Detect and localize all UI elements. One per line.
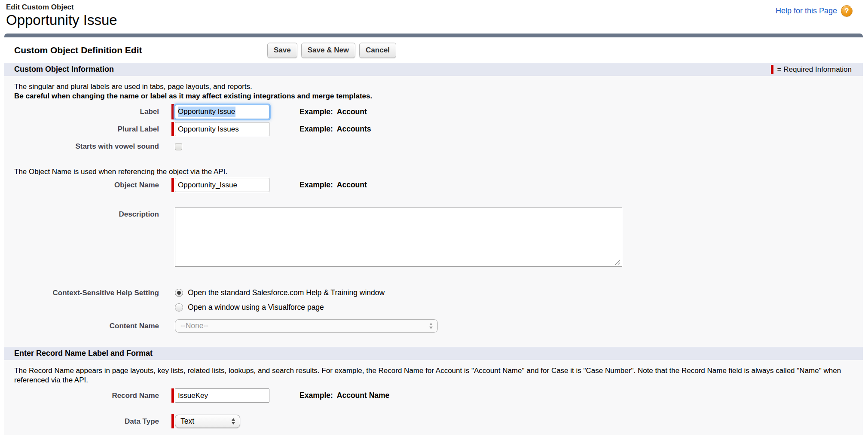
help-setting-option-standard-label: Open the standard Salesforce.com Help & … (188, 288, 385, 297)
content-name-field-label: Content Name (4, 322, 159, 330)
description-field-label: Description (4, 208, 159, 219)
radio-unselected-icon[interactable] (175, 303, 183, 312)
vowel-sound-checkbox[interactable] (175, 143, 182, 150)
panel-title: Custom Object Definition Edit (14, 45, 142, 55)
help-question-icon[interactable]: ? (841, 5, 853, 17)
plural-label-input[interactable] (175, 122, 269, 136)
label-example: Example:Account (300, 107, 367, 116)
record-name-input[interactable] (175, 388, 269, 403)
page-header: Edit Custom Object Opportunity Issue Hel… (0, 0, 868, 34)
required-information-legend: = Required Information (771, 65, 852, 74)
breadcrumb: Edit Custom Object (6, 3, 862, 12)
object-name-note: The Object Name is used when referencing… (14, 167, 846, 177)
description-textarea[interactable] (175, 208, 622, 267)
required-red-bar-icon (771, 65, 773, 74)
plural-label-field-row: Plural Label Example:Accounts (4, 122, 863, 136)
select-stepper-icon (429, 323, 433, 329)
plural-label-example: Example:Accounts (300, 125, 371, 134)
label-field-row: Label Opportunity Issue Example:Account (4, 104, 863, 119)
label-input[interactable]: Opportunity Issue (175, 105, 269, 119)
description-field-row: Description (4, 208, 863, 269)
object-name-field-label: Object Name (4, 181, 159, 189)
content-name-select-value: --None-- (180, 321, 208, 330)
select-stepper-icon (232, 418, 235, 425)
data-type-field-label: Data Type (4, 417, 159, 426)
content-name-select: --None-- (175, 319, 438, 333)
help-setting-option-standard[interactable]: Open the standard Salesforce.com Help & … (175, 288, 385, 297)
custom-object-information-body: The singular and plural labels are used … (4, 76, 863, 360)
page-title: Opportunity Issue (6, 12, 862, 28)
help-setting-field-label: Context-Sensitive Help Setting (4, 288, 159, 297)
label-input-selected-text: Opportunity Issue (178, 107, 235, 117)
intro-line-1: The singular and plural labels are used … (14, 82, 846, 92)
record-name-intro: The Record Name appears in page layouts,… (14, 366, 846, 385)
help-setting-option-visualforce-label: Open a window using a Visualforce page (188, 303, 324, 312)
object-name-field-row: Object Name Example:Account (4, 178, 863, 192)
required-red-bar-icon (171, 414, 174, 428)
help-for-this-page-link[interactable]: Help for this Page (776, 6, 837, 15)
cancel-button[interactable]: Cancel (359, 43, 396, 58)
help-setting-field-row: Context-Sensitive Help Setting Open the … (4, 288, 863, 312)
required-red-bar-icon (171, 388, 174, 403)
help-area: Help for this Page ? (776, 5, 853, 17)
object-name-example: Example:Account (300, 180, 367, 189)
custom-object-edit-panel: Custom Object Definition Edit Save Save … (4, 34, 863, 435)
radio-selected-icon[interactable] (175, 289, 183, 297)
section-header-record-name: Enter Record Name Label and Format (4, 347, 863, 360)
label-field-label: Label (4, 107, 159, 116)
content-name-field-row: Content Name --None-- (4, 319, 863, 333)
panel-title-row: Custom Object Definition Edit Save Save … (4, 37, 863, 63)
record-name-field-label: Record Name (4, 391, 159, 400)
required-red-bar-icon (171, 104, 174, 119)
record-name-body: The Record Name appears in page layouts,… (4, 360, 863, 435)
action-button-group: Save Save & New Cancel (267, 43, 396, 58)
object-name-input[interactable] (175, 178, 269, 192)
save-button[interactable]: Save (267, 43, 297, 58)
help-setting-option-visualforce[interactable]: Open a window using a Visualforce page (175, 303, 324, 312)
record-name-field-row: Record Name Example:Account Name (4, 388, 863, 403)
record-name-example: Example:Account Name (300, 391, 389, 400)
section-title: Enter Record Name Label and Format (14, 349, 153, 358)
intro-line-2: Be careful when changing the name or lab… (14, 92, 846, 101)
section-header-custom-object-information: Custom Object Information = Required Inf… (4, 63, 863, 76)
plural-label-field-label: Plural Label (4, 125, 159, 134)
required-red-bar-icon (171, 178, 174, 192)
section-title: Custom Object Information (14, 65, 114, 74)
data-type-select-value: Text (180, 417, 194, 426)
vowel-sound-field-row: Starts with vowel sound (4, 142, 863, 151)
data-type-field-row: Data Type Text (4, 414, 863, 428)
required-legend-text: = Required Information (777, 65, 852, 74)
vowel-sound-field-label: Starts with vowel sound (4, 142, 159, 151)
data-type-select[interactable]: Text (175, 415, 240, 428)
save-and-new-button[interactable]: Save & New (301, 43, 355, 58)
required-red-bar-icon (171, 122, 174, 136)
panel-top-border (4, 34, 863, 37)
